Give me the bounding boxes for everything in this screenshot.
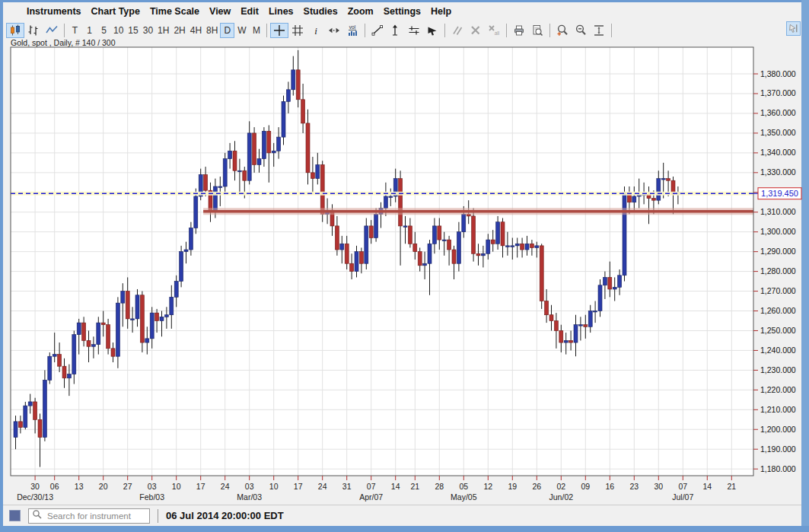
menu-edit[interactable]: Edit <box>240 6 259 17</box>
candle-body <box>107 325 110 349</box>
timeframe-15[interactable]: 15 <box>126 23 140 38</box>
statusbar: 06 Jul 2014 20:00:00 EDT <box>3 505 801 526</box>
svg-text:all: all <box>495 30 500 35</box>
svg-text:1,290.000: 1,290.000 <box>760 247 796 256</box>
candle-body <box>24 406 27 428</box>
candle-body <box>428 244 432 263</box>
timeframe-weekly[interactable]: W <box>234 23 249 38</box>
info-icon[interactable]: i <box>307 23 325 38</box>
volume-icon[interactable]: vol <box>343 23 362 38</box>
menu-time-scale[interactable]: Time Scale <box>150 6 199 17</box>
draw-arrow-icon[interactable] <box>423 23 441 38</box>
svg-text:05: 05 <box>459 482 468 491</box>
print-icon[interactable] <box>510 23 528 38</box>
svg-text:27: 27 <box>123 482 132 491</box>
menu-studies[interactable]: Studies <box>304 6 338 17</box>
candle-body <box>481 253 485 256</box>
timeframe-5[interactable]: 5 <box>97 23 111 38</box>
chart-type-candles-icon[interactable] <box>6 23 24 38</box>
candle-body <box>101 323 105 325</box>
timeframe-4h[interactable]: 4H <box>188 23 204 38</box>
svg-text:31: 31 <box>342 482 352 491</box>
timeframe-monthly[interactable]: M <box>249 23 263 38</box>
candle-body <box>457 232 460 264</box>
menu-chart-type[interactable]: Chart Type <box>91 6 140 17</box>
draw-trendline-icon[interactable] <box>368 23 387 38</box>
svg-text:02: 02 <box>556 482 565 491</box>
timeframe-8h[interactable]: 8H <box>204 23 220 38</box>
candle-body <box>399 179 403 226</box>
chart-canvas[interactable]: 1,180.0001,190.0001,200.0001,210.0001,22… <box>0 43 809 505</box>
candle-body <box>521 244 524 250</box>
candle-body <box>545 301 549 315</box>
candle-body <box>126 291 129 319</box>
candle-body <box>667 179 670 181</box>
month-label: Dec/30/13 <box>17 492 53 502</box>
print-preview-icon[interactable] <box>528 23 546 38</box>
zoom-out-icon[interactable] <box>572 23 590 38</box>
draw-vertical-line-icon[interactable] <box>387 23 405 38</box>
toolbar-separator <box>506 24 507 37</box>
timeframe-tick[interactable]: T <box>68 23 82 38</box>
svg-text:06: 06 <box>50 482 59 491</box>
instrument-search-box[interactable] <box>28 508 150 524</box>
timeframe-1[interactable]: 1 <box>82 23 97 38</box>
candle-body <box>540 246 543 301</box>
timeframe-30[interactable]: 30 <box>141 23 155 38</box>
month-label: Jun/02 <box>549 492 574 502</box>
scroll-arrows-icon[interactable] <box>325 23 343 38</box>
menu-lines[interactable]: Lines <box>269 6 294 17</box>
candle-body <box>135 295 139 319</box>
svg-text:10: 10 <box>269 482 279 491</box>
candle-body <box>87 340 91 346</box>
candle-body <box>408 226 412 244</box>
svg-text:1,200.000: 1,200.000 <box>760 425 796 434</box>
chart-type-bars-icon[interactable] <box>24 23 43 38</box>
draw-channel-icon[interactable] <box>405 23 423 38</box>
candle-body <box>623 193 626 276</box>
candle-body <box>389 196 393 197</box>
price-axis: 1,180.0001,190.0001,200.0001,210.0001,22… <box>753 69 796 473</box>
svg-text:07: 07 <box>367 482 376 491</box>
candle-body <box>496 222 500 244</box>
timeframe-10[interactable]: 10 <box>111 23 126 38</box>
crosshair-icon[interactable] <box>270 23 288 38</box>
candle-body <box>355 252 358 272</box>
candle-body <box>657 179 661 201</box>
chart-application-window: InstrumentsChart TypeTime ScaleViewEditL… <box>0 0 809 532</box>
menu-view[interactable]: View <box>209 6 231 17</box>
grid-icon[interactable] <box>288 23 307 38</box>
candle-body <box>28 402 32 406</box>
fit-vertical-icon[interactable] <box>590 23 608 38</box>
svg-text:24: 24 <box>318 482 327 491</box>
candle-body <box>535 246 539 248</box>
svg-text:09: 09 <box>581 482 590 491</box>
candle-body <box>365 226 368 263</box>
menu-zoom[interactable]: Zoom <box>348 6 374 17</box>
svg-text:30: 30 <box>654 482 663 491</box>
delete-all-lines-icon: all <box>485 23 503 38</box>
chart-type-line-icon[interactable] <box>43 23 61 38</box>
timeframe-2h[interactable]: 2H <box>171 23 187 38</box>
candle-body <box>170 297 174 314</box>
svg-text:17: 17 <box>196 482 205 491</box>
timeframe-1h[interactable]: 1H <box>155 23 171 38</box>
candle-body <box>549 315 553 321</box>
zoom-in-icon[interactable] <box>553 23 572 38</box>
candle-body <box>237 170 241 171</box>
menu-help[interactable]: Help <box>431 6 451 17</box>
candle-body <box>584 325 588 327</box>
search-input[interactable] <box>46 511 166 521</box>
timeframe-daily[interactable]: D <box>220 23 234 38</box>
candle-body <box>608 277 612 289</box>
menu-settings[interactable]: Settings <box>384 6 421 17</box>
dock-panel-button[interactable] <box>786 21 801 36</box>
time-axis: 3006132027031017240310172431071421280512… <box>17 476 736 502</box>
candle-body <box>588 311 592 327</box>
candle-body <box>613 287 616 289</box>
candle-body <box>306 123 310 173</box>
candle-body <box>578 325 582 326</box>
menu-instruments[interactable]: Instruments <box>27 6 81 17</box>
current-price-label: 1,319.450 <box>761 189 798 198</box>
candle-body <box>350 263 354 271</box>
